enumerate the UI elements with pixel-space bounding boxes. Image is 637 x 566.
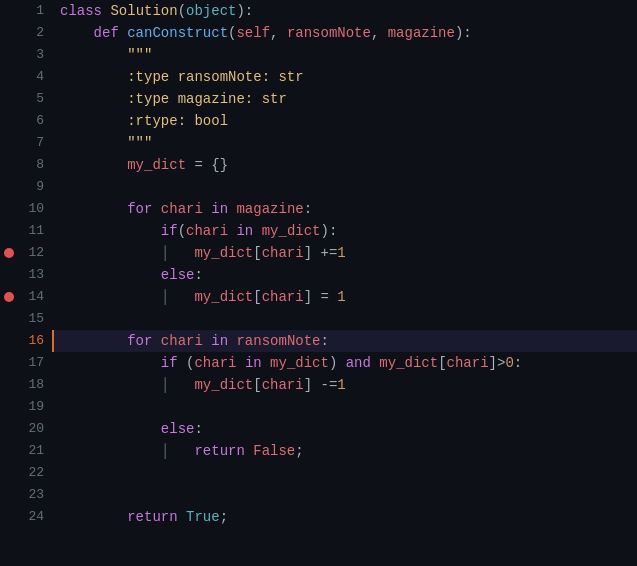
code-line-4: :type ransomNote: str [60, 66, 637, 88]
code-line-6: :rtype: bool [60, 110, 637, 132]
code-line-20: else: [60, 418, 637, 440]
breakpoint-14 [4, 292, 14, 302]
code-line-12: │ my_dict[chari] +=1 [60, 242, 637, 264]
breakpoint-12 [4, 248, 14, 258]
code-line-18: │ my_dict[chari] -=1 [60, 374, 637, 396]
code-line-8: my_dict = {} [60, 154, 637, 176]
line-10: 10 [0, 198, 44, 220]
code-line-3: """ [60, 44, 637, 66]
line-18: 18 [0, 374, 44, 396]
code-line-5: :type magazine: str [60, 88, 637, 110]
line-14-bp: 14 [0, 286, 44, 308]
code-line-23 [60, 484, 637, 506]
code-line-17: if (chari in my_dict) and my_dict[chari]… [60, 352, 637, 374]
line-16: 16 [0, 330, 44, 352]
code-line-15 [60, 308, 637, 330]
code-content[interactable]: class Solution(object): def canConstruct… [52, 0, 637, 566]
code-line-2: def canConstruct(self, ransomNote, magaz… [60, 22, 637, 44]
code-line-21: │ return False; [60, 440, 637, 462]
line-5: 5 [0, 88, 44, 110]
code-line-22 [60, 462, 637, 484]
line-13: 13 [0, 264, 44, 286]
code-line-14: │ my_dict[chari] = 1 [60, 286, 637, 308]
line-22: 22 [0, 462, 44, 484]
code-line-7: """ [60, 132, 637, 154]
line-2: 2 [0, 22, 44, 44]
line-numbers: 1 2 3 4 5 6 7 8 9 10 11 12 13 14 15 16 1… [0, 0, 52, 566]
code-editor: 1 2 3 4 5 6 7 8 9 10 11 12 13 14 15 16 1… [0, 0, 637, 566]
line-8: 8 [0, 154, 44, 176]
code-line-16: for chari in ransomNote: [52, 330, 637, 352]
line-11: 11 [0, 220, 44, 242]
line-19: 19 [0, 396, 44, 418]
code-line-24: return True; [60, 506, 637, 528]
code-line-9 [60, 176, 637, 198]
line-15: 15 [0, 308, 44, 330]
code-line-1: class Solution(object): [60, 0, 637, 22]
line-4: 4 [0, 66, 44, 88]
line-21: 21 [0, 440, 44, 462]
line-17: 17 [0, 352, 44, 374]
line-7: 7 [0, 132, 44, 154]
line-23: 23 [0, 484, 44, 506]
code-line-19 [60, 396, 637, 418]
line-24: 24 [0, 506, 44, 528]
line-9: 9 [0, 176, 44, 198]
line-3: 3 [0, 44, 44, 66]
code-line-10: for chari in magazine: [60, 198, 637, 220]
line-6: 6 [0, 110, 44, 132]
code-line-13: else: [60, 264, 637, 286]
code-line-11: if(chari in my_dict): [60, 220, 637, 242]
line-1: 1 [0, 0, 44, 22]
line-12-bp: 12 [0, 242, 44, 264]
line-20: 20 [0, 418, 44, 440]
